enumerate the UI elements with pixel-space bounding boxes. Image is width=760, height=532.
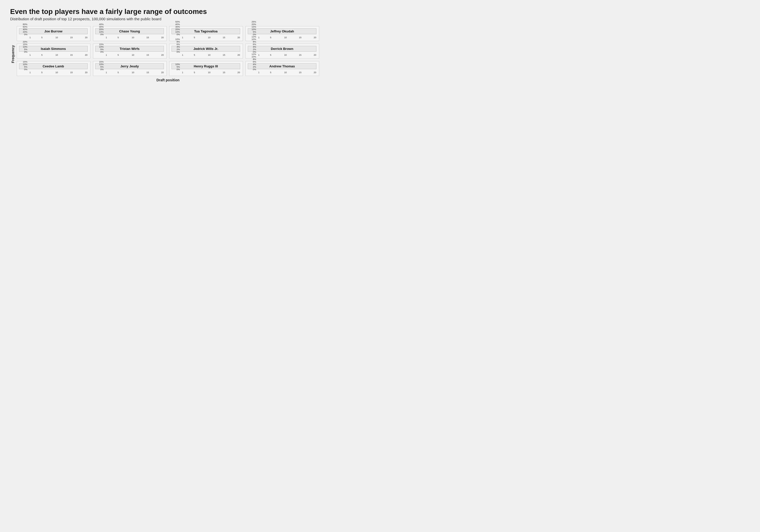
y-tick: 0%	[95, 33, 104, 36]
x-tick	[302, 71, 305, 74]
x-tick	[190, 36, 193, 39]
x-tick	[143, 71, 146, 74]
y-tick: 5%	[171, 66, 181, 68]
x-tick	[152, 54, 155, 56]
x-tick	[263, 54, 266, 56]
x-tick	[46, 71, 49, 74]
x-tick	[263, 36, 266, 39]
x-tick	[143, 36, 146, 39]
x-tick: 10	[208, 71, 211, 74]
x-tick	[73, 36, 76, 39]
x-tick	[190, 54, 193, 56]
x-tick	[293, 36, 296, 39]
x-tick: 20	[237, 71, 240, 74]
y-tick: 6%	[248, 61, 257, 63]
chart-title: Jerry Jeudy	[95, 63, 164, 69]
x-tick	[287, 71, 290, 74]
x-tick: 1	[28, 36, 32, 39]
x-tick	[126, 71, 129, 74]
x-tick	[211, 71, 214, 74]
x-tick	[220, 54, 223, 56]
x-tick	[46, 54, 49, 56]
x-tick: 10	[55, 54, 58, 56]
y-tick: 8%	[171, 40, 181, 43]
x-tick	[37, 36, 40, 39]
x-tick: 5	[117, 71, 120, 74]
x-tick	[231, 54, 234, 56]
x-tick	[190, 71, 193, 74]
x-tick	[308, 54, 310, 56]
y-tick: 40%	[171, 23, 181, 25]
y-tick: 0%	[19, 33, 28, 36]
x-tick	[137, 54, 140, 56]
y-tick: 4%	[248, 63, 257, 66]
x-tick: 15	[70, 36, 73, 39]
x-tick	[202, 36, 205, 39]
x-tick	[122, 36, 126, 39]
y-tick: 10%	[248, 38, 257, 40]
x-tick: 15	[222, 36, 225, 39]
x-tick	[234, 54, 237, 56]
x-tick: 1	[105, 71, 108, 74]
x-tick	[272, 71, 275, 74]
x-tick	[126, 54, 129, 56]
y-tick: 2%	[248, 66, 257, 68]
x-tick	[34, 71, 37, 74]
x-tick: 10	[208, 54, 211, 56]
x-tick: 1	[105, 54, 108, 56]
x-tick	[302, 54, 305, 56]
x-tick: 1	[181, 36, 184, 39]
y-tick: 15%	[95, 61, 104, 63]
x-tick: 1	[181, 54, 184, 56]
y-tick: 6%	[171, 43, 181, 46]
y-tick: 15%	[19, 61, 28, 63]
x-tick	[275, 36, 278, 39]
chart-chase-young: Chase Young0%10%20%30%40%15101520	[93, 26, 167, 41]
x-tick: 10	[55, 71, 58, 74]
x-tick	[234, 36, 237, 39]
x-tick: 1	[105, 36, 108, 39]
x-tick	[37, 71, 40, 74]
chart-title: Tua Tagovailoa	[171, 28, 240, 34]
x-tick	[281, 54, 284, 56]
y-tick: 20%	[248, 23, 257, 25]
x-tick	[290, 54, 293, 56]
x-tick	[76, 36, 79, 39]
x-tick	[225, 36, 228, 39]
x-tick: 5	[269, 71, 272, 74]
y-tick: 5%	[95, 66, 104, 68]
x-tick	[37, 54, 40, 56]
x-tick: 10	[284, 71, 287, 74]
x-tick: 5	[117, 36, 120, 39]
x-tick	[305, 36, 308, 39]
y-tick: 10%	[248, 56, 257, 58]
x-tick	[310, 54, 313, 56]
chart-title: Joe Burrow	[19, 28, 88, 34]
x-tick	[184, 54, 187, 56]
x-tick: 15	[70, 71, 73, 74]
x-tick	[225, 54, 228, 56]
x-tick	[199, 71, 202, 74]
y-tick: 5%	[19, 66, 28, 68]
x-tick	[134, 54, 138, 56]
x-tick	[214, 54, 216, 56]
chart-tristan-wirfs: Tristan Wirfs0%5%10%15%15101520	[93, 44, 167, 59]
x-tick: 5	[40, 36, 44, 39]
y-tick: 20%	[95, 28, 104, 31]
y-tick: 0%	[171, 33, 181, 36]
x-tick	[228, 36, 232, 39]
x-tick	[128, 36, 131, 39]
x-tick: 15	[146, 36, 149, 39]
x-tick	[32, 54, 35, 56]
x-tick: 5	[193, 54, 196, 56]
y-tick: 10%	[171, 38, 181, 40]
x-tick: 15	[222, 54, 225, 56]
x-tick	[49, 71, 52, 74]
x-tick	[140, 36, 143, 39]
x-tick	[266, 36, 269, 39]
x-tick	[196, 36, 199, 39]
chart-title: Jedrick Wills Jr.	[171, 46, 240, 52]
main-title: Even the top players have a fairly large…	[10, 8, 319, 16]
x-tick	[231, 36, 234, 39]
x-tick	[278, 71, 281, 74]
